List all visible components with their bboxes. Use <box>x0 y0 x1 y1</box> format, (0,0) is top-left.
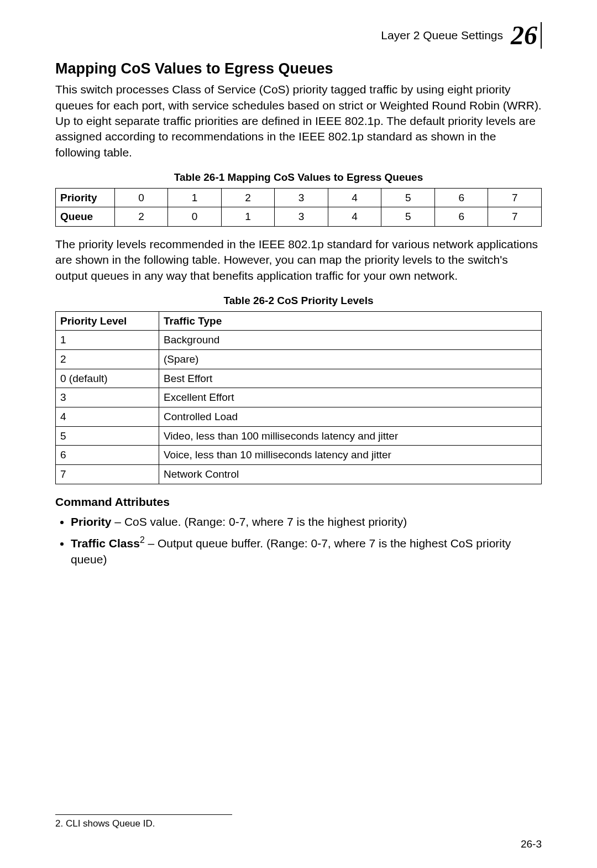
attr-priority-label: Priority <box>71 515 112 528</box>
row-label-priority: Priority <box>56 188 115 207</box>
table-row: Queue 2 0 1 3 4 5 6 7 <box>56 207 542 227</box>
col-priority-level: Priority Level <box>56 311 159 331</box>
cell: 2 <box>56 350 159 369</box>
footnote-rule <box>55 814 232 815</box>
page: Layer 2 Queue Settings 26 Mapping CoS Va… <box>0 0 597 868</box>
cell: 2 <box>114 207 168 227</box>
cell: 1 <box>56 331 159 350</box>
cell: 0 (default) <box>56 369 159 388</box>
footnote-ref: 2 <box>140 535 145 545</box>
table-1-caption: Table 26-1 Mapping CoS Values to Egress … <box>55 170 542 185</box>
cell: Controlled Load <box>159 407 542 426</box>
section-title: Mapping CoS Values to Egress Queues <box>55 59 542 79</box>
table-row: 5Video, less than 100 milliseconds laten… <box>56 426 542 446</box>
cell: 7 <box>488 207 542 227</box>
table-row: 2(Spare) <box>56 350 542 369</box>
cell: 6 <box>434 207 488 227</box>
header-section-text: Layer 2 Queue Settings <box>381 28 503 43</box>
table-row: 1Background <box>56 331 542 350</box>
cell: Network Control <box>159 464 542 484</box>
table-2-caption: Table 26-2 CoS Priority Levels <box>55 294 542 308</box>
cell: 0 <box>114 188 168 207</box>
cell: 6 <box>56 446 159 465</box>
row-label-queue: Queue <box>56 207 115 227</box>
cell: Best Effort <box>159 369 542 388</box>
cell: Excellent Effort <box>159 388 542 407</box>
table-cos-levels: Priority Level Traffic Type 1Background … <box>55 311 542 484</box>
chapter-number: 26 <box>511 22 542 49</box>
cell: (Spare) <box>159 350 542 369</box>
cell: 5 <box>381 188 435 207</box>
cell: 2 <box>221 188 275 207</box>
footnote-text: 2. CLI shows Queue ID. <box>55 818 155 830</box>
table-row: 3Excellent Effort <box>56 388 542 407</box>
intro-paragraph: This switch processes Class of Service (… <box>55 82 542 160</box>
cell: 5 <box>381 207 435 227</box>
cell: 7 <box>56 464 159 484</box>
cell: Video, less than 100 milliseconds latenc… <box>159 426 542 446</box>
cell: Voice, less than 10 milliseconds latency… <box>159 446 542 465</box>
cell: 3 <box>275 188 328 207</box>
table-row: 4Controlled Load <box>56 407 542 426</box>
page-number: 26-3 <box>521 837 542 851</box>
command-attributes-list: Priority – CoS value. (Range: 0-7, where… <box>55 514 542 567</box>
table-row: 7Network Control <box>56 464 542 484</box>
cell: 6 <box>434 188 488 207</box>
table-row: 6Voice, less than 10 milliseconds latenc… <box>56 446 542 465</box>
cell: 1 <box>221 207 275 227</box>
mid-paragraph: The priority levels recommended in the I… <box>55 237 542 284</box>
table-header-row: Priority Level Traffic Type <box>56 311 542 331</box>
table-mapping: Priority 0 1 2 3 4 5 6 7 Queue 2 0 1 3 4… <box>55 188 542 227</box>
cell: 4 <box>328 207 381 227</box>
attr-traffic-label: Traffic Class <box>71 537 140 550</box>
list-item: Traffic Class2 – Output queue buffer. (R… <box>71 534 542 567</box>
cell: 0 <box>168 207 222 227</box>
cell: 1 <box>168 188 222 207</box>
command-attributes-heading: Command Attributes <box>55 494 542 510</box>
cell: Background <box>159 331 542 350</box>
cell: 5 <box>56 426 159 446</box>
cell: 7 <box>488 188 542 207</box>
table-row: 0 (default)Best Effort <box>56 369 542 388</box>
attr-priority-desc: – CoS value. (Range: 0-7, where 7 is the… <box>112 515 407 528</box>
list-item: Priority – CoS value. (Range: 0-7, where… <box>71 514 542 530</box>
cell: 3 <box>56 388 159 407</box>
col-traffic-type: Traffic Type <box>159 311 542 331</box>
cell: 3 <box>275 207 328 227</box>
page-header: Layer 2 Queue Settings 26 <box>55 22 542 49</box>
cell: 4 <box>328 188 381 207</box>
table-row: Priority 0 1 2 3 4 5 6 7 <box>56 188 542 207</box>
cell: 4 <box>56 407 159 426</box>
